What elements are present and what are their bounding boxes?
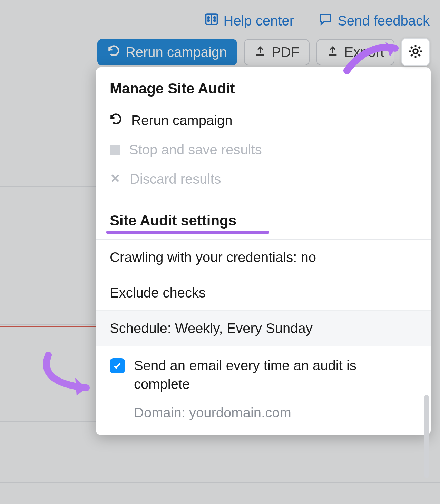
site-audit-settings-title: Site Audit settings — [110, 212, 236, 231]
manage-site-audit-title: Manage Site Audit — [96, 67, 431, 106]
svg-point-5 — [214, 20, 215, 21]
stop-save-menu-item: Stop and save results — [96, 135, 431, 164]
settings-dropdown-panel: Manage Site Audit Rerun campaign Stop an… — [96, 67, 431, 435]
settings-button[interactable] — [401, 38, 430, 66]
schedule-row[interactable]: Schedule: Weekly, Every Sunday — [96, 310, 431, 346]
email-checkbox[interactable] — [110, 358, 125, 373]
discard-menu-label: Discard results — [130, 171, 221, 187]
email-label: Send an email every time an audit is com… — [134, 356, 413, 393]
rerun-label: Rerun campaign — [126, 44, 227, 60]
pdf-label: PDF — [272, 44, 299, 60]
refresh-icon — [110, 113, 122, 128]
gear-icon — [407, 43, 424, 61]
svg-point-6 — [413, 49, 418, 54]
svg-point-4 — [214, 17, 215, 18]
exclude-label: Exclude checks — [110, 285, 206, 300]
stop-icon — [110, 145, 120, 155]
email-notification-row[interactable]: Send an email every time an audit is com… — [96, 346, 431, 400]
rerun-campaign-button[interactable]: Rerun campaign — [97, 39, 237, 65]
export-label: Export — [344, 44, 384, 60]
rerun-campaign-menu-item[interactable]: Rerun campaign — [96, 106, 431, 135]
scrollbar-thumb[interactable] — [424, 395, 429, 478]
discard-results-menu-item: Discard results — [96, 164, 431, 194]
export-button[interactable]: Export — [316, 39, 394, 65]
upload-icon — [327, 44, 339, 60]
highlight-underline — [106, 231, 269, 234]
help-center-link[interactable]: Help center — [204, 12, 294, 30]
rerun-menu-label: Rerun campaign — [131, 113, 233, 128]
send-feedback-label: Send feedback — [338, 13, 430, 29]
crawling-credentials-row[interactable]: Crawling with your credentials: no — [96, 240, 431, 275]
send-feedback-link[interactable]: Send feedback — [318, 12, 430, 30]
schedule-label: Schedule: Weekly, Every Sunday — [110, 321, 313, 336]
stop-menu-label: Stop and save results — [129, 142, 262, 158]
close-icon — [110, 171, 121, 187]
chat-icon — [318, 12, 333, 30]
svg-point-2 — [208, 17, 209, 18]
domain-row: Domain: yourdomain.com — [96, 400, 431, 429]
book-icon — [204, 12, 219, 30]
svg-point-3 — [208, 20, 209, 21]
refresh-icon — [108, 44, 120, 60]
exclude-checks-row[interactable]: Exclude checks — [96, 275, 431, 310]
pdf-button[interactable]: PDF — [244, 39, 310, 65]
crawling-label: Crawling with your credentials: no — [110, 250, 316, 265]
help-center-label: Help center — [224, 13, 294, 29]
upload-icon — [254, 44, 266, 60]
